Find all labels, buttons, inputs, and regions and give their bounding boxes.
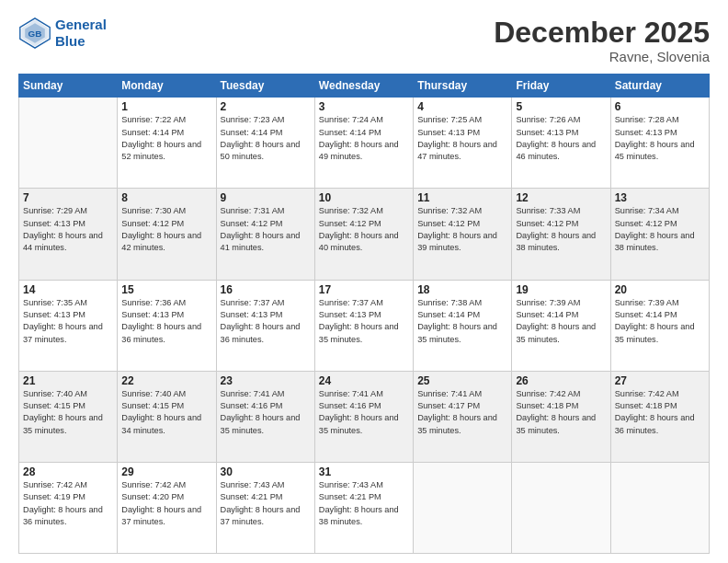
day-number: 20 [615, 283, 705, 296]
calendar-cell: 6Sunrise: 7:28 AMSunset: 4:13 PMDaylight… [610, 98, 709, 189]
calendar-cell: 8Sunrise: 7:30 AMSunset: 4:12 PMDaylight… [118, 189, 216, 280]
cell-info: Sunrise: 7:41 AMSunset: 4:16 PMDaylight:… [221, 388, 311, 437]
day-number: 8 [121, 191, 211, 204]
cell-info: Sunrise: 7:29 AMSunset: 4:13 PMDaylight:… [23, 205, 113, 254]
cell-info: Sunrise: 7:37 AMSunset: 4:13 PMDaylight:… [319, 297, 409, 346]
calendar-cell: 23Sunrise: 7:41 AMSunset: 4:16 PMDayligh… [216, 371, 314, 462]
col-saturday: Saturday [610, 75, 709, 98]
calendar-cell [414, 462, 512, 553]
day-number: 30 [221, 465, 311, 478]
cell-info: Sunrise: 7:42 AMSunset: 4:18 PMDaylight:… [615, 388, 705, 437]
calendar-cell: 7Sunrise: 7:29 AMSunset: 4:13 PMDaylight… [19, 189, 118, 280]
title-block: December 2025 Ravne, Slovenia [494, 17, 710, 64]
calendar-cell [19, 98, 118, 189]
day-number: 17 [319, 283, 409, 296]
cell-info: Sunrise: 7:32 AMSunset: 4:12 PMDaylight:… [417, 205, 507, 254]
calendar-cell: 22Sunrise: 7:40 AMSunset: 4:15 PMDayligh… [118, 371, 216, 462]
day-number: 12 [516, 191, 606, 204]
calendar-cell: 11Sunrise: 7:32 AMSunset: 4:12 PMDayligh… [414, 189, 512, 280]
calendar-cell: 31Sunrise: 7:43 AMSunset: 4:21 PMDayligh… [314, 462, 413, 553]
cell-info: Sunrise: 7:22 AMSunset: 4:14 PMDaylight:… [121, 114, 211, 163]
svg-text:GB: GB [28, 29, 42, 39]
calendar-cell: 12Sunrise: 7:33 AMSunset: 4:12 PMDayligh… [512, 189, 610, 280]
cell-info: Sunrise: 7:26 AMSunset: 4:13 PMDaylight:… [516, 114, 606, 163]
day-number: 10 [319, 191, 409, 204]
day-number: 6 [615, 100, 705, 113]
cell-info: Sunrise: 7:32 AMSunset: 4:12 PMDaylight:… [319, 205, 409, 254]
cell-info: Sunrise: 7:42 AMSunset: 4:19 PMDaylight:… [23, 479, 113, 528]
calendar-row: 14Sunrise: 7:35 AMSunset: 4:13 PMDayligh… [19, 280, 710, 371]
cell-info: Sunrise: 7:28 AMSunset: 4:13 PMDaylight:… [615, 114, 705, 163]
header: GB General Blue December 2025 Ravne, Slo… [18, 17, 710, 64]
calendar-row: 28Sunrise: 7:42 AMSunset: 4:19 PMDayligh… [19, 462, 710, 553]
day-number: 18 [417, 283, 507, 296]
col-sunday: Sunday [19, 75, 118, 98]
cell-info: Sunrise: 7:40 AMSunset: 4:15 PMDaylight:… [23, 388, 113, 437]
day-number: 4 [417, 100, 507, 113]
day-number: 13 [615, 191, 705, 204]
col-monday: Monday [118, 75, 216, 98]
calendar-cell: 18Sunrise: 7:38 AMSunset: 4:14 PMDayligh… [414, 280, 512, 371]
day-number: 11 [417, 191, 507, 204]
logo-icon: GB [18, 17, 51, 50]
location: Ravne, Slovenia [494, 49, 710, 64]
day-number: 23 [221, 374, 311, 387]
calendar-cell: 13Sunrise: 7:34 AMSunset: 4:12 PMDayligh… [610, 189, 709, 280]
cell-info: Sunrise: 7:36 AMSunset: 4:13 PMDaylight:… [121, 297, 211, 346]
col-friday: Friday [512, 75, 610, 98]
calendar-table: Sunday Monday Tuesday Wednesday Thursday… [18, 74, 710, 554]
calendar-cell: 29Sunrise: 7:42 AMSunset: 4:20 PMDayligh… [118, 462, 216, 553]
cell-info: Sunrise: 7:38 AMSunset: 4:14 PMDaylight:… [417, 297, 507, 346]
day-number: 21 [23, 374, 113, 387]
logo-text: General Blue [55, 17, 107, 50]
calendar-cell [610, 462, 709, 553]
calendar-cell: 4Sunrise: 7:25 AMSunset: 4:13 PMDaylight… [414, 98, 512, 189]
day-number: 14 [23, 283, 113, 296]
day-number: 29 [121, 465, 211, 478]
calendar-cell: 16Sunrise: 7:37 AMSunset: 4:13 PMDayligh… [216, 280, 314, 371]
calendar-row: 1Sunrise: 7:22 AMSunset: 4:14 PMDaylight… [19, 98, 710, 189]
calendar-cell: 27Sunrise: 7:42 AMSunset: 4:18 PMDayligh… [610, 371, 709, 462]
calendar-cell: 21Sunrise: 7:40 AMSunset: 4:15 PMDayligh… [19, 371, 118, 462]
cell-info: Sunrise: 7:33 AMSunset: 4:12 PMDaylight:… [516, 205, 606, 254]
day-number: 26 [516, 374, 606, 387]
calendar-cell: 26Sunrise: 7:42 AMSunset: 4:18 PMDayligh… [512, 371, 610, 462]
cell-info: Sunrise: 7:30 AMSunset: 4:12 PMDaylight:… [121, 205, 211, 254]
calendar-cell: 17Sunrise: 7:37 AMSunset: 4:13 PMDayligh… [314, 280, 413, 371]
day-number: 22 [121, 374, 211, 387]
day-number: 27 [615, 374, 705, 387]
cell-info: Sunrise: 7:42 AMSunset: 4:18 PMDaylight:… [516, 388, 606, 437]
calendar-cell: 20Sunrise: 7:39 AMSunset: 4:14 PMDayligh… [610, 280, 709, 371]
calendar-cell: 14Sunrise: 7:35 AMSunset: 4:13 PMDayligh… [19, 280, 118, 371]
cell-info: Sunrise: 7:43 AMSunset: 4:21 PMDaylight:… [319, 479, 409, 528]
day-number: 19 [516, 283, 606, 296]
month-title: December 2025 [494, 17, 710, 49]
cell-info: Sunrise: 7:31 AMSunset: 4:12 PMDaylight:… [221, 205, 311, 254]
cell-info: Sunrise: 7:40 AMSunset: 4:15 PMDaylight:… [121, 388, 211, 437]
calendar-cell: 2Sunrise: 7:23 AMSunset: 4:14 PMDaylight… [216, 98, 314, 189]
day-number: 24 [319, 374, 409, 387]
col-wednesday: Wednesday [314, 75, 413, 98]
calendar-cell [512, 462, 610, 553]
day-number: 15 [121, 283, 211, 296]
cell-info: Sunrise: 7:37 AMSunset: 4:13 PMDaylight:… [221, 297, 311, 346]
cell-info: Sunrise: 7:35 AMSunset: 4:13 PMDaylight:… [23, 297, 113, 346]
day-number: 5 [516, 100, 606, 113]
calendar-cell: 3Sunrise: 7:24 AMSunset: 4:14 PMDaylight… [314, 98, 413, 189]
calendar-cell: 19Sunrise: 7:39 AMSunset: 4:14 PMDayligh… [512, 280, 610, 371]
cell-info: Sunrise: 7:43 AMSunset: 4:21 PMDaylight:… [221, 479, 311, 528]
calendar-row: 21Sunrise: 7:40 AMSunset: 4:15 PMDayligh… [19, 371, 710, 462]
calendar-cell: 1Sunrise: 7:22 AMSunset: 4:14 PMDaylight… [118, 98, 216, 189]
calendar-cell: 9Sunrise: 7:31 AMSunset: 4:12 PMDaylight… [216, 189, 314, 280]
calendar-header-row: Sunday Monday Tuesday Wednesday Thursday… [19, 75, 710, 98]
cell-info: Sunrise: 7:39 AMSunset: 4:14 PMDaylight:… [516, 297, 606, 346]
calendar-cell: 5Sunrise: 7:26 AMSunset: 4:13 PMDaylight… [512, 98, 610, 189]
calendar-cell: 15Sunrise: 7:36 AMSunset: 4:13 PMDayligh… [118, 280, 216, 371]
cell-info: Sunrise: 7:39 AMSunset: 4:14 PMDaylight:… [615, 297, 705, 346]
cell-info: Sunrise: 7:41 AMSunset: 4:16 PMDaylight:… [319, 388, 409, 437]
cell-info: Sunrise: 7:42 AMSunset: 4:20 PMDaylight:… [121, 479, 211, 528]
calendar-cell: 24Sunrise: 7:41 AMSunset: 4:16 PMDayligh… [314, 371, 413, 462]
logo: GB General Blue [18, 17, 107, 50]
cell-info: Sunrise: 7:25 AMSunset: 4:13 PMDaylight:… [417, 114, 507, 163]
day-number: 9 [221, 191, 311, 204]
